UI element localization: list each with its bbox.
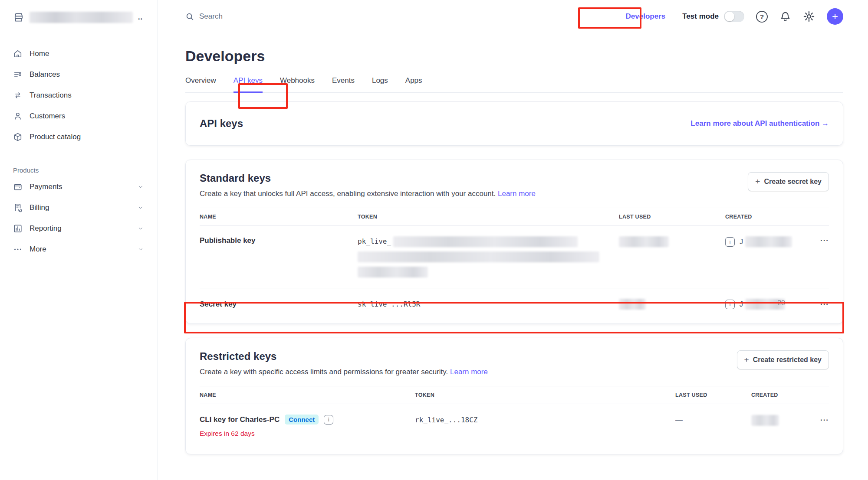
row-overflow-menu[interactable]: ··· xyxy=(808,416,829,424)
sidebar-item-customers[interactable]: Customers xyxy=(13,106,149,127)
restricted-keys-description: Create a key with specific access limits… xyxy=(200,368,488,376)
search-icon xyxy=(185,12,194,21)
token-redacted xyxy=(358,267,428,278)
table-header: NAME TOKEN LAST USED CREATED xyxy=(200,208,829,226)
storefront-icon xyxy=(13,12,24,23)
sidebar-section-products: Products xyxy=(13,167,149,174)
standard-keys-description-text: Create a key that unlocks full API acces… xyxy=(200,189,496,198)
sidebar-item-label: Customers xyxy=(30,112,65,121)
standard-keys-title: Standard keys xyxy=(200,172,536,184)
api-keys-card: API keys Learn more about API authentica… xyxy=(185,101,843,146)
developers-link[interactable]: Developers xyxy=(621,9,671,24)
topbar: Developers Test mode ? + xyxy=(185,0,843,33)
created-redacted xyxy=(745,236,792,247)
token-value: sk_live_...Rl5R xyxy=(358,300,619,308)
home-icon xyxy=(13,49,23,59)
sidebar-item-label: Billing xyxy=(30,203,49,212)
column-token: TOKEN xyxy=(358,214,619,220)
chevron-down-icon xyxy=(138,225,144,232)
settings-gear-icon[interactable] xyxy=(803,10,815,23)
sidebar-item-reporting[interactable]: Reporting xyxy=(13,218,149,239)
sidebar-item-transactions[interactable]: Transactions xyxy=(13,85,149,106)
search-bar[interactable] xyxy=(185,12,621,21)
sidebar-item-label: Reporting xyxy=(30,224,62,233)
created-cell xyxy=(751,415,808,426)
last-used-redacted xyxy=(619,299,646,310)
created-cell: i J 20 xyxy=(725,299,808,310)
create-secret-key-button[interactable]: + Create secret key xyxy=(748,172,829,191)
search-input[interactable] xyxy=(199,12,329,21)
info-icon[interactable]: i xyxy=(324,415,333,424)
tab-bar: Overview API keys Webhooks Events Logs A… xyxy=(185,76,843,93)
sidebar-item-label: Transactions xyxy=(30,91,72,100)
standard-keys-description: Create a key that unlocks full API acces… xyxy=(200,189,536,198)
sidebar-item-balances[interactable]: Balances xyxy=(13,64,149,85)
created-prefix: J xyxy=(740,238,743,246)
column-created: CREATED xyxy=(725,214,808,220)
sidebar-item-product-catalog[interactable]: Product catalog xyxy=(13,127,149,147)
test-mode-control: Test mode xyxy=(682,11,744,22)
token-cell: pk_live_ xyxy=(358,236,619,278)
sidebar-item-label: Balances xyxy=(30,70,60,79)
tab-overview[interactable]: Overview xyxy=(185,76,216,92)
tab-apps[interactable]: Apps xyxy=(405,76,422,92)
tab-logs[interactable]: Logs xyxy=(372,76,388,92)
restricted-keys-description-text: Create a key with specific access limits… xyxy=(200,368,448,376)
account-name-suffix: .. xyxy=(138,13,143,21)
create-restricted-key-button[interactable]: + Create restricted key xyxy=(737,350,829,369)
column-created: CREATED xyxy=(751,392,808,398)
notifications-icon[interactable] xyxy=(779,11,791,23)
help-icon[interactable]: ? xyxy=(756,11,768,23)
page-title: Developers xyxy=(185,48,843,65)
sidebar-item-billing[interactable]: Billing xyxy=(13,197,149,218)
restricted-keys-title: Restricted keys xyxy=(200,350,488,362)
test-mode-toggle[interactable] xyxy=(724,11,744,22)
row-overflow-menu[interactable]: ··· xyxy=(808,300,829,309)
standard-keys-learn-more-link[interactable]: Learn more xyxy=(498,189,536,198)
key-name: Publishable key xyxy=(200,236,358,245)
restricted-keys-card: Restricted keys Create a key with specif… xyxy=(185,338,843,454)
column-last-used: LAST USED xyxy=(619,214,725,220)
info-icon[interactable]: i xyxy=(725,237,735,247)
payments-icon xyxy=(13,182,23,192)
token-prefix: pk_live_ xyxy=(358,237,391,245)
created-redacted xyxy=(751,415,779,426)
table-row-cli-key: CLI key for Charles-PC Connect i Expires… xyxy=(200,404,829,448)
api-auth-learn-more-link[interactable]: Learn more about API authentication → xyxy=(690,119,829,128)
sidebar-item-home[interactable]: Home xyxy=(13,43,149,64)
create-plus-button[interactable]: + xyxy=(827,8,843,25)
toggle-knob xyxy=(725,12,734,21)
balances-icon xyxy=(13,70,23,79)
main-content: Developers Test mode ? + xyxy=(158,0,868,480)
create-secret-key-label: Create secret key xyxy=(764,178,822,186)
key-name: Secret key xyxy=(200,300,358,309)
sidebar: .. Home Balances Transactions xyxy=(0,0,158,480)
restricted-keys-learn-more-link[interactable]: Learn more xyxy=(450,368,488,376)
sidebar-item-payments[interactable]: Payments xyxy=(13,176,149,197)
expires-note: Expires in 62 days xyxy=(200,430,415,438)
account-switcher[interactable]: .. xyxy=(13,10,149,25)
created-redacted-wrap: 20 xyxy=(748,299,785,310)
table-header: NAME TOKEN LAST USED CREATED xyxy=(200,386,829,404)
table-row-secret-key: Secret key sk_live_...Rl5R i J 20 ··· xyxy=(200,288,829,320)
key-name: CLI key for Charles-PC xyxy=(200,415,279,424)
tab-events[interactable]: Events xyxy=(332,76,355,92)
info-icon[interactable]: i xyxy=(725,300,735,309)
tab-api-keys[interactable]: API keys xyxy=(233,76,263,93)
sidebar-nav: Home Balances Transactions Customers xyxy=(13,43,149,260)
token-value: rk_live_...18CZ xyxy=(415,416,675,424)
plus-icon: + xyxy=(744,355,749,365)
customers-icon xyxy=(13,111,23,121)
chevron-down-icon xyxy=(138,205,144,211)
standard-keys-table: NAME TOKEN LAST USED CREATED Publishable… xyxy=(200,208,829,320)
row-overflow-menu[interactable]: ··· xyxy=(808,236,829,245)
sidebar-item-more[interactable]: More xyxy=(13,239,149,260)
tab-webhooks[interactable]: Webhooks xyxy=(280,76,315,92)
reporting-icon xyxy=(13,224,23,233)
sidebar-item-label: Home xyxy=(30,49,49,58)
sidebar-item-label: Product catalog xyxy=(30,133,81,141)
created-peek: 20 xyxy=(777,299,785,307)
created-prefix: J xyxy=(740,300,743,308)
sidebar-item-label: More xyxy=(30,245,46,254)
connect-badge: Connect xyxy=(285,415,319,424)
